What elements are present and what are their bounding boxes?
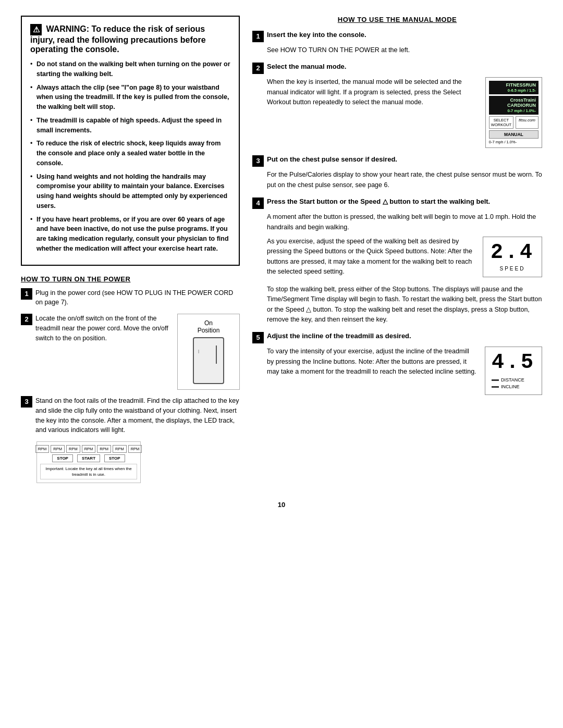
right-step-3-number: 3 — [252, 155, 264, 167]
page-number: 10 — [21, 501, 542, 509]
right-step-2-number: 2 — [252, 63, 264, 74]
panel-btn-rpm: RPM — [35, 445, 50, 453]
warning-body: Do not stand on the walking belt when tu… — [30, 59, 230, 254]
right-step-4-body: A moment after the button is pressed, th… — [252, 212, 542, 325]
incline-legend: INCLINE — [492, 384, 535, 389]
right-step-1: 1 Insert the key into the console. See H… — [252, 31, 542, 55]
right-section-header: HOW TO USE THE MANUAL MODE — [252, 16, 542, 23]
left-step-1-number: 1 — [21, 288, 32, 300]
console-speed-note: 0-7 mph / 1.0%- — [489, 140, 538, 144]
panel-btn-rpm4: RPM — [82, 445, 96, 453]
right-step-1-header: 1 Insert the key into the console. — [252, 31, 542, 42]
warning-bullet-4: To reduce the risk of electric shock, ke… — [30, 139, 230, 168]
panel-text-area: Important: Locate the key at all times w… — [40, 464, 137, 479]
right-step-4-title: Press the Start button or the Speed △ bu… — [267, 198, 490, 205]
panel-stop-start-row: STOP START STOP — [40, 454, 137, 462]
left-step-2-text: Locate the on/off switch on the front of… — [35, 314, 172, 343]
on-position-illustration: OnPosition | — [177, 314, 240, 390]
panel-btn-rpm5: RPM — [97, 445, 111, 453]
speed-number: 2.4 — [491, 242, 534, 263]
left-column: ⚠ WARNING: To reduce the risk of serious… — [21, 16, 240, 488]
incline-number: 4.5 — [492, 352, 535, 373]
warning-bullets: Do not stand on the walking belt when tu… — [30, 59, 230, 254]
page-container: ⚠ WARNING: To reduce the risk of serious… — [21, 16, 542, 488]
left-step-3-text: Stand on the foot rails of the treadmill… — [35, 396, 240, 435]
left-step-1-content: Plug in the power cord (see HOW TO PLUG … — [35, 288, 240, 308]
right-step-4-text3: To stop the walking belt, press either o… — [267, 285, 542, 325]
switch-line — [216, 346, 217, 364]
switch-text: | — [198, 349, 199, 353]
left-step-2-number: 2 — [21, 314, 32, 325]
incline-label: INCLINE — [501, 384, 520, 389]
right-step-1-text: See HOW TO TURN ON THE POWER at the left… — [252, 45, 542, 55]
right-step-5-content-wrapper: 4.5 DISTANCE INCLINE — [267, 347, 542, 399]
panel-stop-btn2: STOP — [104, 454, 125, 462]
left-section: HOW TO TURN ON THE POWER 1 Plug in the p… — [21, 275, 240, 484]
right-step-3-header: 3 Put on the chest pulse sensor if desir… — [252, 155, 542, 167]
warning-bullet-6: If you have heart problems, or if you ar… — [30, 215, 230, 254]
right-step-2-text: When the key is inserted, the manual mod… — [267, 77, 479, 148]
distance-legend: DISTANCE — [492, 377, 535, 382]
warning-title: ⚠ WARNING: To reduce the risk of serious… — [30, 24, 230, 54]
distance-label: DISTANCE — [501, 377, 524, 382]
right-step-3: 3 Put on the chest pulse sensor if desir… — [252, 155, 542, 190]
panel-illustration: RPM RPM RPM RPM RPM RPM RPM STOP START S… — [36, 441, 141, 483]
warning-box: ⚠ WARNING: To reduce the risk of serious… — [21, 16, 240, 266]
right-step-5-body: 4.5 DISTANCE INCLINE — [252, 347, 542, 399]
warning-bullet-1: Do not stand on the walking belt when tu… — [30, 59, 230, 79]
right-step-2-body: When the key is inserted, the manual mod… — [252, 77, 542, 148]
panel-btn-rpm7: RPM — [128, 445, 142, 453]
right-step-2: 2 Select the manual mode. When the key i… — [252, 63, 542, 148]
left-step-1: 1 Plug in the power cord (see HOW TO PLU… — [21, 288, 240, 308]
incline-legends: DISTANCE INCLINE — [492, 377, 535, 389]
right-step-5: 5 Adjust the incline of the treadmill as… — [252, 332, 542, 399]
right-step-1-title: Insert the key into the console. — [267, 31, 366, 39]
panel-buttons-row: RPM RPM RPM RPM RPM RPM RPM — [40, 445, 137, 453]
speed-display: 2.4 SPEED — [483, 237, 542, 277]
panel-btn-rpm3: RPM — [66, 445, 80, 453]
right-step-1-number: 1 — [252, 31, 264, 42]
right-step-2-header: 2 Select the manual mode. — [252, 63, 542, 74]
right-step-5-title: Adjust the incline of the treadmill as d… — [267, 332, 411, 340]
incline-display: 4.5 DISTANCE INCLINE — [485, 347, 542, 395]
distance-bar — [492, 379, 499, 381]
warning-bullet-5: Using hand weights and not holding the h… — [30, 172, 230, 211]
panel-btn-rpm6: RPM — [113, 445, 127, 453]
left-step-2: 2 Locate the on/off switch on the front … — [21, 314, 240, 390]
right-step-5-number: 5 — [252, 332, 264, 343]
panel-start-btn: START — [77, 454, 100, 462]
left-section-header: HOW TO TURN ON THE POWER — [21, 275, 240, 283]
warning-icon: ⚠ — [30, 24, 42, 35]
right-step-4-number: 4 — [252, 198, 264, 209]
right-step-4-text1: A moment after the button is pressed, th… — [267, 212, 542, 232]
console-fitnessrun: FITNESSRUN0-6.5 mph / 1.5- — [489, 81, 538, 94]
warning-bullet-3: The treadmill is capable of high speeds.… — [30, 116, 230, 135]
right-step-2-title: Select the manual mode. — [267, 63, 346, 70]
right-step-4: 4 Press the Start button or the Speed △ … — [252, 198, 542, 325]
right-step-3-text: For the Pulse/Calories display to show y… — [252, 170, 542, 190]
right-step-4-speed-section: 2.4 SPEED As you exercise, adjust the sp… — [267, 237, 542, 281]
right-step-4-header: 4 Press the Start button or the Speed △ … — [252, 198, 542, 209]
on-label: OnPosition — [186, 319, 231, 334]
console-fitsu-logo: fitsu.com — [516, 116, 538, 129]
left-step-3-number: 3 — [21, 396, 32, 408]
incline-bar — [492, 386, 499, 388]
panel-btn-rpm2: RPM — [51, 445, 65, 453]
switch-body: | — [193, 337, 224, 384]
console-illustration: FITNESSRUN0-6.5 mph / 1.5- CrossTrainiCA… — [485, 77, 542, 148]
console-cardiorun: CrossTrainiCARDIORUN0-7 mph / 1.0%- — [489, 96, 538, 115]
right-column: HOW TO USE THE MANUAL MODE 1 Insert the … — [252, 16, 542, 488]
panel-stop-btn: STOP — [52, 454, 73, 462]
right-step-5-header: 5 Adjust the incline of the treadmill as… — [252, 332, 542, 343]
speed-label: SPEED — [491, 266, 534, 272]
console-select-row: SELECTWORKOUT fitsu.com — [489, 116, 538, 129]
console-select-btn: SELECTWORKOUT — [489, 116, 513, 129]
console-manual-btn: MANUAL — [489, 130, 538, 139]
warning-bullet-2: Always attach the clip (see "I"on page 8… — [30, 83, 230, 112]
warning-label: WARNING: — [46, 24, 89, 33]
left-step-3: 3 Stand on the foot rails of the treadmi… — [21, 396, 240, 435]
right-step-3-title: Put on the chest pulse sensor if desired… — [267, 155, 397, 163]
